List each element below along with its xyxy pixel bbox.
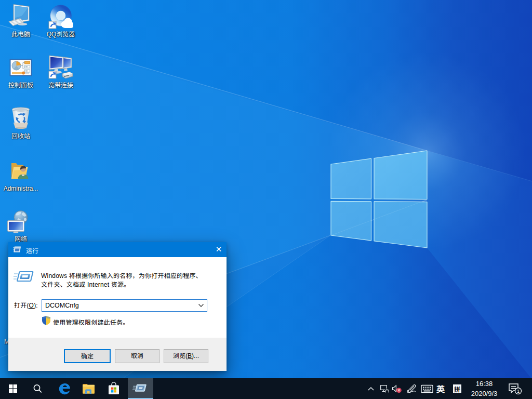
svg-text:1: 1: [517, 389, 520, 394]
